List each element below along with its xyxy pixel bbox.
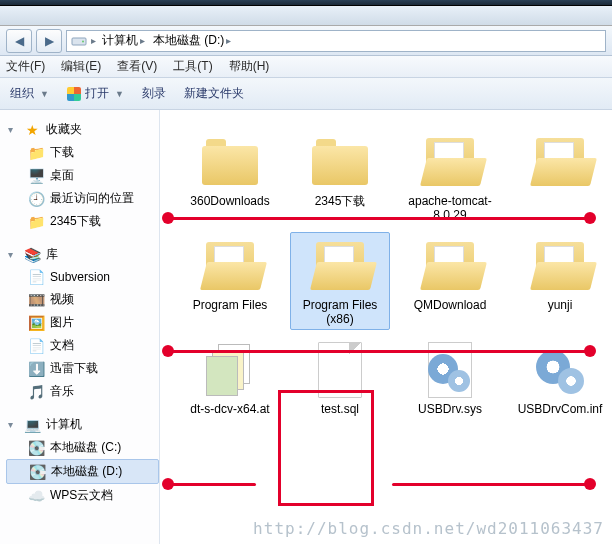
sidebar-item-music[interactable]: 🎵音乐	[6, 380, 159, 403]
file-icon	[416, 340, 484, 400]
sidebar-favorites[interactable]: ▾★收藏夹	[6, 118, 159, 141]
new-folder-button[interactable]: 新建文件夹	[184, 85, 244, 102]
document-icon: 📄	[28, 338, 44, 354]
drive-icon: 💽	[28, 440, 44, 456]
sidebar-item-documents[interactable]: 📄文档	[6, 334, 159, 357]
annotation-line	[168, 217, 588, 220]
menu-tools[interactable]: 工具(T)	[173, 58, 212, 75]
annotation-line	[168, 350, 588, 353]
sidebar: ▾★收藏夹 📁下载 🖥️桌面 🕘最近访问的位置 📁2345下载 ▾📚库 📄Sub…	[0, 110, 160, 544]
file-icon	[196, 236, 264, 296]
file-label: Program Files	[193, 298, 268, 326]
file-item[interactable]: QMDownload	[400, 232, 500, 330]
file-icon	[306, 236, 374, 296]
file-item[interactable]: 2345下载	[290, 128, 390, 226]
collapse-icon: ▾	[8, 249, 18, 260]
svg-point-1	[82, 40, 84, 42]
file-item[interactable]: 360Downloads	[180, 128, 280, 226]
file-icon	[526, 132, 594, 192]
sidebar-item-recent[interactable]: 🕘最近访问的位置	[6, 187, 159, 210]
nav-bar: ◀ ▶ ▸ 计算机▸ 本地磁盘 (D:)▸	[0, 26, 612, 56]
file-label: USBDrv.sys	[418, 402, 482, 430]
chevron-icon: ▸	[140, 35, 145, 46]
file-icon	[416, 236, 484, 296]
recent-icon: 🕘	[28, 191, 44, 207]
sidebar-item-drive-c[interactable]: 💽本地磁盘 (C:)	[6, 436, 159, 459]
back-icon: ◀	[15, 34, 24, 48]
cloud-icon: ☁️	[28, 488, 44, 504]
star-icon: ★	[24, 122, 40, 138]
library-icon: 📚	[24, 247, 40, 263]
file-label: yunji	[548, 298, 573, 326]
file-icon	[306, 132, 374, 192]
collapse-icon: ▾	[8, 124, 18, 135]
folder-icon: 📁	[28, 145, 44, 161]
forward-button[interactable]: ▶	[36, 29, 62, 53]
sidebar-item-2345[interactable]: 📁2345下载	[6, 210, 159, 233]
breadcrumb-drive[interactable]: 本地磁盘 (D:)▸	[151, 32, 233, 49]
burn-button[interactable]: 刻录	[142, 85, 166, 102]
computer-icon: 💻	[24, 417, 40, 433]
content-pane: 360Downloads2345下载apache-tomcat-8.0.29Pr…	[160, 110, 612, 544]
svn-icon: 📄	[28, 269, 44, 285]
open-button[interactable]: 打开▼	[67, 85, 124, 102]
chevron-down-icon: ▼	[40, 89, 49, 99]
watermark: http://blog.csdn.net/wd2011063437	[253, 519, 604, 538]
menu-view[interactable]: 查看(V)	[117, 58, 157, 75]
annotation-dot	[584, 212, 596, 224]
picture-icon: 🖼️	[28, 315, 44, 331]
video-icon: 🎞️	[28, 292, 44, 308]
music-icon: 🎵	[28, 384, 44, 400]
menu-edit[interactable]: 编辑(E)	[61, 58, 101, 75]
breadcrumb-computer[interactable]: 计算机▸	[100, 32, 147, 49]
file-item[interactable]: Program Files	[180, 232, 280, 330]
drive-icon: 💽	[29, 464, 45, 480]
sidebar-libraries[interactable]: ▾📚库	[6, 243, 159, 266]
sidebar-item-subversion[interactable]: 📄Subversion	[6, 266, 159, 288]
file-icon	[416, 132, 484, 192]
back-button[interactable]: ◀	[6, 29, 32, 53]
file-icon	[196, 132, 264, 192]
organize-button[interactable]: 组织▼	[10, 85, 49, 102]
annotation-line	[392, 483, 588, 486]
file-item[interactable]: yunji	[510, 232, 610, 330]
sidebar-item-downloads[interactable]: 📁下载	[6, 141, 159, 164]
file-label: Program Files (x86)	[294, 298, 386, 326]
file-label: dt-s-dcv-x64.at	[190, 402, 269, 430]
annotation-line	[168, 483, 256, 486]
toolbar: 组织▼ 打开▼ 刻录 新建文件夹	[0, 78, 612, 110]
sidebar-item-wps[interactable]: ☁️WPS云文档	[6, 484, 159, 507]
sidebar-item-thunder[interactable]: ⬇️迅雷下载	[6, 357, 159, 380]
chevron-icon: ▸	[91, 35, 96, 46]
folder-icon: 📁	[28, 214, 44, 230]
forward-icon: ▶	[45, 34, 54, 48]
chevron-down-icon: ▼	[115, 89, 124, 99]
file-item[interactable]: apache-tomcat-8.0.29	[400, 128, 500, 226]
annotation-dot	[584, 478, 596, 490]
sidebar-item-pictures[interactable]: 🖼️图片	[6, 311, 159, 334]
open-icon	[67, 87, 81, 101]
file-item[interactable]	[510, 128, 610, 226]
file-label: QMDownload	[414, 298, 487, 326]
window-titlebar	[0, 6, 612, 26]
chevron-icon: ▸	[226, 35, 231, 46]
collapse-icon: ▾	[8, 419, 18, 430]
download-icon: ⬇️	[28, 361, 44, 377]
annotation-dot	[584, 345, 596, 357]
file-icon	[196, 340, 264, 400]
menu-bar: 文件(F) 编辑(E) 查看(V) 工具(T) 帮助(H)	[0, 56, 612, 78]
file-label: USBDrvCom.inf	[518, 402, 603, 430]
file-icon	[526, 236, 594, 296]
file-item[interactable]: Program Files (x86)	[290, 232, 390, 330]
sidebar-computer[interactable]: ▾💻计算机	[6, 413, 159, 436]
menu-file[interactable]: 文件(F)	[6, 58, 45, 75]
address-bar[interactable]: ▸ 计算机▸ 本地磁盘 (D:)▸	[66, 30, 606, 52]
menu-help[interactable]: 帮助(H)	[229, 58, 270, 75]
annotation-box	[278, 390, 374, 506]
drive-icon	[71, 33, 87, 49]
sidebar-item-desktop[interactable]: 🖥️桌面	[6, 164, 159, 187]
desktop-icon: 🖥️	[28, 168, 44, 184]
sidebar-item-drive-d[interactable]: 💽本地磁盘 (D:)	[6, 459, 159, 484]
sidebar-item-videos[interactable]: 🎞️视频	[6, 288, 159, 311]
